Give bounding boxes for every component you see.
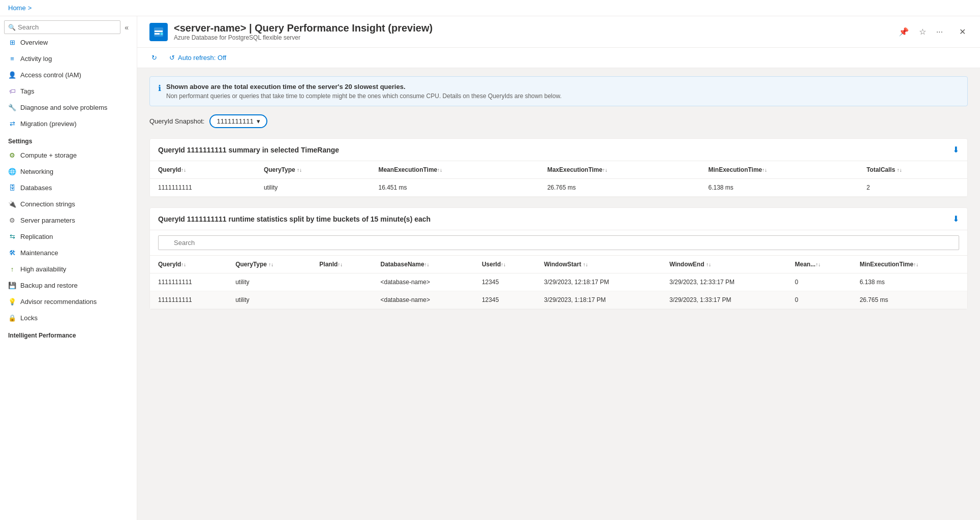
rt-cell-plan-id-0 [311,273,372,291]
activity-log-icon: ≡ [8,54,16,63]
rt-cell-min-exec-1: 26.765 ms [851,291,967,309]
rt-col-query-id[interactable]: QueryId↑↓ [150,256,227,273]
close-button[interactable]: ✕ [957,25,968,39]
rt-cell-mean-1: 0 [787,291,851,309]
page-title-group: <server-name> | Query Performance Insigh… [174,22,433,41]
summary-title: QueryId 1111111111 summary in selected T… [158,146,339,154]
col-min-exec[interactable]: MinExecutionTime↑↓ [700,161,859,179]
refresh-icon: ↻ [151,54,157,62]
sidebar-item-activity-log[interactable]: ≡ Activity log [0,50,137,67]
runtime-table-header-row: QueryId↑↓ QueryType ↑↓ PlanId↑↓ Database… [150,256,967,273]
sidebar-item-migration[interactable]: ⇄ Migration (preview) [0,115,137,132]
col-mean-exec[interactable]: MeanExecutionTime↑↓ [370,161,539,179]
summary-table: QueryId↑↓ QueryType ↑↓ MeanExecutionTime… [150,161,967,197]
search-icon: 🔍 [8,24,16,31]
rt-cell-window-end-0: 3/29/2023, 12:33:17 PM [661,273,787,291]
sidebar-item-tags-label: Tags [20,87,34,95]
svg-point-3 [161,33,163,35]
page-subtitle: Azure Database for PostgreSQL flexible s… [174,34,433,41]
refresh-button[interactable]: ↻ [149,52,159,64]
high-availability-icon: ↑ [8,265,16,273]
sidebar-item-maintenance-label: Maintenance [20,249,58,257]
rt-cell-db-name-1: <database-name> [373,291,474,309]
diagnose-icon: 🔧 [8,103,16,111]
rt-col-user-id[interactable]: UserId↑↓ [474,256,536,273]
cell-max-exec: 26.765 ms [539,179,700,197]
col-total-calls[interactable]: TotalCalls ↑↓ [859,161,967,179]
sidebar-item-high-availability[interactable]: ↑ High availability [0,261,137,277]
rt-col-mean[interactable]: Mean...↑↓ [787,256,851,273]
access-control-icon: 👤 [8,71,16,79]
runtime-section: QueryId 1111111111 runtime statistics sp… [149,207,968,310]
compute-storage-icon: ⚙ [8,151,16,159]
sidebar-item-access-control-label: Access control (IAM) [20,71,81,79]
rt-cell-db-name-0: <database-name> [373,273,474,291]
sidebar-item-activity-log-label: Activity log [20,55,52,63]
maintenance-icon: 🛠 [8,249,16,257]
sidebar-item-locks-label: Locks [20,314,38,322]
sidebar-item-advisor-label: Advisor recommendations [20,298,97,305]
sidebar-item-advisor[interactable]: 💡 Advisor recommendations [0,293,137,310]
rt-col-query-type[interactable]: QueryType ↑↓ [227,256,311,273]
cell-mean-exec: 16.451 ms [370,179,539,197]
sidebar-item-backup-restore[interactable]: 💾 Backup and restore [0,277,137,293]
sidebar-item-networking[interactable]: 🌐 Networking [0,163,137,179]
page-header-left: <server-name> | Query Performance Insigh… [149,22,433,41]
breadcrumb[interactable]: Home > [8,4,32,12]
sidebar-item-locks[interactable]: 🔒 Locks [0,310,137,326]
rt-col-db-name[interactable]: DatabaseName↑↓ [373,256,474,273]
rt-cell-query-id-1: 1111111111 [150,291,227,309]
more-button[interactable]: ··· [934,25,945,39]
sidebar-item-migration-label: Migration (preview) [20,120,77,128]
sidebar-item-diagnose[interactable]: 🔧 Diagnose and solve problems [0,99,137,115]
runtime-download-button[interactable]: ⬇ [953,214,959,224]
overview-icon: ⊞ [8,38,16,46]
rt-col-min-exec[interactable]: MinExecutionTime↑↓ [851,256,967,273]
sidebar-item-tags[interactable]: 🏷 Tags [0,83,137,99]
snapshot-dropdown[interactable]: 1111111111 ▾ [209,114,267,128]
sidebar-item-diagnose-label: Diagnose and solve problems [20,104,107,111]
backup-restore-icon: 💾 [8,281,16,289]
content-body: ℹ Shown above are the total execution ti… [137,68,980,520]
advisor-icon: 💡 [8,297,16,305]
favorite-button[interactable]: ☆ [917,25,928,39]
runtime-search-bar [150,230,967,256]
locks-icon: 🔒 [8,314,16,322]
sidebar-item-compute-storage[interactable]: ⚙ Compute + storage [0,147,137,163]
sidebar-collapse-button[interactable]: « [120,21,133,34]
migration-icon: ⇄ [8,119,16,128]
info-banner-bold: Shown above are the total execution time… [166,83,562,90]
sidebar-item-access-control[interactable]: 👤 Access control (IAM) [0,67,137,83]
col-max-exec[interactable]: MaxExecutionTime↑↓ [539,161,700,179]
sidebar-item-overview[interactable]: ⊞ Overview [0,34,137,50]
rt-col-plan-id[interactable]: PlanId↑↓ [311,256,372,273]
pin-button[interactable]: 📌 [897,25,911,39]
sidebar-item-replication[interactable]: ⇆ Replication [0,228,137,244]
auto-refresh-button[interactable]: ↺ Auto refresh: Off [167,52,228,64]
rt-col-window-end[interactable]: WindowEnd ↑↓ [661,256,787,273]
breadcrumb-sep: > [28,4,32,12]
settings-section-header: Settings [0,132,137,147]
runtime-table-row-1: 1111111111 utility <database-name> 12345… [150,291,967,309]
sidebar-item-maintenance[interactable]: 🛠 Maintenance [0,244,137,261]
runtime-search-input[interactable] [158,235,959,250]
summary-table-row: 1111111111 utility 16.451 ms 26.765 ms 6… [150,179,967,197]
rt-col-window-start[interactable]: WindowStart ↑↓ [536,256,661,273]
sidebar-item-databases[interactable]: 🗄 Databases [0,179,137,196]
rt-cell-plan-id-1 [311,291,372,309]
sidebar-item-high-availability-label: High availability [20,265,66,273]
info-icon: ℹ [158,83,161,100]
breadcrumb-home[interactable]: Home [8,4,26,12]
sidebar-item-connection-strings[interactable]: 🔌 Connection strings [0,196,137,212]
rt-cell-window-start-1: 3/29/2023, 1:18:17 PM [536,291,661,309]
content-area: <server-name> | Query Performance Insigh… [137,16,980,520]
runtime-table-row-0: 1111111111 utility <database-name> 12345… [150,273,967,291]
col-query-type[interactable]: QueryType ↑↓ [256,161,371,179]
sidebar-item-server-parameters[interactable]: ⚙ Server parameters [0,212,137,228]
search-input[interactable] [4,20,120,34]
tags-icon: 🏷 [8,87,16,95]
summary-download-button[interactable]: ⬇ [953,145,959,155]
col-query-id[interactable]: QueryId↑↓ [150,161,256,179]
intelligent-section-header: Intelligent Performance [0,326,137,341]
history-icon: ↺ [169,54,175,62]
